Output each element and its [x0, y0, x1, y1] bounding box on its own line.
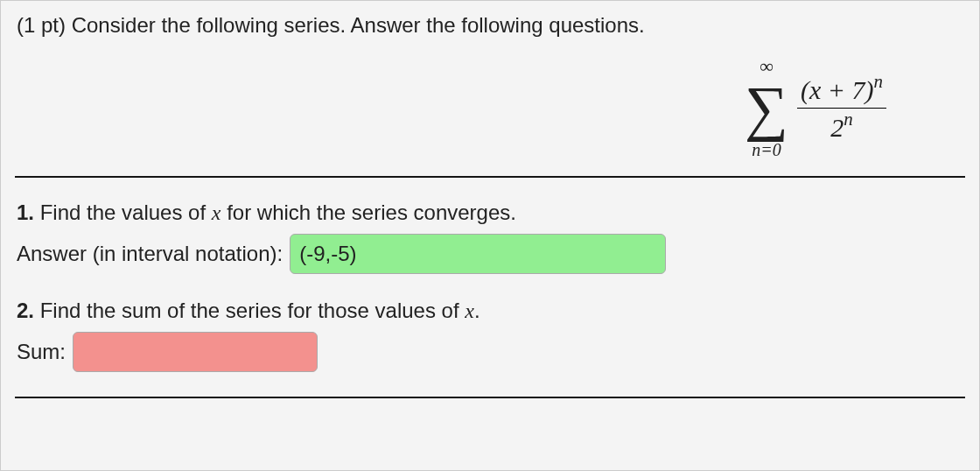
q1-text2: for which the series converges. — [220, 200, 516, 224]
q1-answer-row: Answer (in interval notation): — [17, 234, 965, 274]
sigma-symbol: ∑ — [745, 78, 788, 139]
question-2: 2. Find the sum of the series for those … — [17, 299, 965, 323]
question-1: 1. Find the values of x for which the se… — [17, 200, 965, 225]
sigma-lower: n=0 — [752, 141, 781, 158]
fraction: (x + 7)n 2n — [797, 73, 886, 144]
q2-number: 2. — [17, 299, 34, 322]
q1-answer-label: Answer (in interval notation): — [17, 242, 283, 266]
q2-var: x — [465, 299, 474, 322]
q1-answer-input[interactable] — [290, 234, 666, 274]
q2-answer-input[interactable] — [73, 332, 318, 372]
q2-answer-row: Sum: — [17, 332, 965, 372]
q2-text2: . — [474, 299, 480, 322]
series-formula: ∞ ∑ n=0 (x + 7)n 2n — [15, 57, 886, 158]
numerator: (x + 7)n — [797, 73, 886, 109]
points: (1 pt) — [17, 13, 66, 37]
denominator: 2n — [797, 109, 886, 144]
prompt-text: Consider the following series. Answer th… — [72, 13, 645, 37]
q1-text: Find the values of — [40, 200, 212, 224]
sigma-upper: ∞ — [760, 57, 774, 76]
q1-var: x — [212, 201, 221, 224]
q1-number: 1. — [17, 200, 34, 224]
q2-answer-label: Sum: — [17, 340, 66, 364]
divider — [15, 176, 965, 178]
question-header: (1 pt) Consider the following series. An… — [17, 13, 965, 38]
divider — [15, 397, 965, 398]
q2-text: Find the sum of the series for those val… — [40, 299, 466, 322]
sigma-notation: ∞ ∑ n=0 — [745, 57, 788, 158]
